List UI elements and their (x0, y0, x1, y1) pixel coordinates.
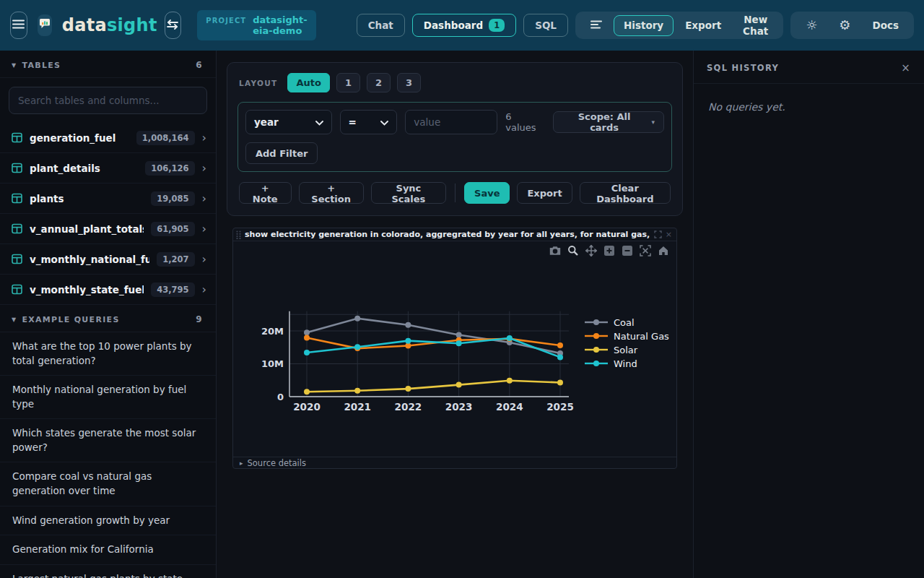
table-row[interactable]: v_annual_plant_totals61,905› (0, 214, 216, 244)
tab-chat[interactable]: Chat (357, 14, 405, 37)
source-details-toggle[interactable]: ▸ Source details (233, 457, 676, 468)
export-chat-button[interactable]: Export (675, 15, 731, 36)
chevron-right-icon[interactable]: › (202, 284, 206, 296)
example-query-item[interactable]: Largest natural gas plants by state (0, 565, 216, 578)
filter-operator-select[interactable]: = (340, 110, 398, 134)
svg-text:Natural Gas: Natural Gas (614, 331, 669, 342)
project-name: datasight-eia-demo (253, 14, 307, 36)
reset-axes-home-icon[interactable] (658, 245, 669, 256)
example-query-item[interactable]: Compare coal vs natural gas generation o… (0, 462, 216, 506)
section-button[interactable]: + Section (299, 182, 364, 204)
zoom-in-icon[interactable] (603, 245, 615, 256)
example-query-item[interactable]: What are the top 10 power plants by tota… (0, 332, 216, 376)
layout-option-2[interactable]: 2 (367, 73, 391, 92)
legend-item-solar[interactable]: Solar (585, 345, 638, 355)
project-label: PROJECT (206, 17, 246, 25)
series-solar (304, 378, 563, 394)
svg-text:Solar: Solar (614, 345, 638, 355)
sun-icon: ☼ (806, 19, 817, 32)
dashboard-count-badge: 1 (489, 19, 505, 32)
chevron-right-icon[interactable]: › (202, 223, 206, 235)
svg-text:2025: 2025 (546, 401, 574, 413)
sql-history-empty-message: No queries yet. (694, 84, 924, 130)
brand-wordmark: datasight (62, 15, 157, 35)
zoom-icon[interactable] (567, 245, 579, 256)
chat-list-button[interactable] (580, 15, 612, 36)
example-query-item[interactable]: Which states generate the most solar pow… (0, 419, 216, 462)
export-button[interactable]: Export (517, 182, 572, 204)
clear-dashboard-button[interactable]: Clear Dashboard (580, 182, 671, 204)
syncscales-button[interactable]: Sync Scales (371, 182, 446, 204)
autoscale-icon[interactable] (640, 245, 651, 256)
tab-sql[interactable]: SQL (523, 14, 568, 37)
filter-value-input[interactable] (405, 110, 497, 134)
example-query-item[interactable]: Generation mix for California (0, 535, 216, 565)
layout-option-auto[interactable]: Auto (287, 73, 329, 92)
tab-dashboard[interactable]: Dashboard 1 (412, 14, 516, 37)
table-row[interactable]: plant_details106,126› (0, 153, 216, 184)
example-query-item[interactable]: Monthly national generation by fuel type (0, 376, 216, 419)
note-button[interactable]: + Note (239, 182, 292, 204)
history-nav-group: History Export New Chat (575, 12, 783, 39)
filter-field-value: year (254, 116, 279, 128)
svg-text:2021: 2021 (344, 401, 371, 413)
table-row[interactable]: v_monthly_national_fuel1,207› (0, 244, 216, 275)
legend-item-natural-gas[interactable]: Natural Gas (585, 331, 669, 342)
brand-part-data: data (62, 15, 107, 35)
new-chat-button[interactable]: New Chat (733, 15, 778, 36)
search-input[interactable] (9, 87, 207, 114)
app-logo (38, 14, 52, 36)
settings-nav-group: ☼ ⚙ Docs (790, 12, 914, 39)
example-queries-list: What are the top 10 power plants by tota… (0, 332, 216, 578)
history-button[interactable]: History (614, 15, 674, 36)
swap-arrows-icon (166, 20, 179, 32)
layout-option-1[interactable]: 1 (336, 73, 360, 92)
chevron-right-icon[interactable]: › (202, 163, 206, 174)
legend-item-coal[interactable]: Coal (585, 317, 635, 328)
sql-history-title: SQL HISTORY (707, 63, 779, 73)
filter-field-select[interactable]: year (245, 110, 332, 134)
save-button[interactable]: Save (464, 182, 510, 204)
table-icon (12, 284, 22, 295)
table-row-count-badge: 19,085 (151, 191, 194, 206)
chevron-right-icon[interactable]: › (202, 132, 206, 144)
zoom-out-icon[interactable] (622, 245, 633, 256)
close-card-icon[interactable]: × (666, 230, 672, 238)
hamburger-menu-button[interactable] (10, 12, 27, 39)
filter-container: year = 6 values Scope: All ca (237, 102, 672, 172)
add-filter-button[interactable]: Add Filter (245, 142, 318, 164)
chevron-right-icon[interactable]: › (202, 193, 206, 204)
table-name: v_monthly_national_fuel (30, 254, 149, 265)
table-name: v_monthly_state_fuel (30, 284, 144, 296)
table-row[interactable]: generation_fuel1,008,164› (0, 123, 216, 153)
settings-button[interactable]: ⚙ (829, 15, 860, 36)
table-name: v_annual_plant_totals (30, 223, 144, 235)
tables-section-header[interactable]: ▼ TABLES 6 (0, 51, 216, 78)
camera-icon[interactable] (549, 245, 561, 256)
table-row[interactable]: v_monthly_state_fuel43,795› (0, 275, 216, 305)
docs-button[interactable]: Docs (862, 15, 909, 36)
drag-handle-icon[interactable] (236, 230, 241, 239)
chart-card: show electricity generation in colorado,… (232, 228, 677, 469)
plotly-modebar (549, 245, 669, 256)
example-query-item[interactable]: Wind generation growth by year (0, 506, 216, 536)
table-row[interactable]: plants19,085› (0, 184, 216, 214)
layout-option-3[interactable]: 3 (397, 73, 421, 92)
layout-label: LAYOUT (239, 79, 277, 87)
chevron-right-icon[interactable]: › (202, 254, 206, 265)
line-chart[interactable]: 010M20M202020212022202320242025CoalNatur… (233, 241, 675, 422)
svg-text:Wind: Wind (614, 358, 637, 369)
table-name: generation_fuel (30, 132, 129, 144)
example-queries-section-header[interactable]: ▼ EXAMPLE QUERIES 9 (0, 305, 216, 332)
table-row-count-badge: 43,795 (151, 282, 194, 297)
expand-card-icon[interactable] (654, 230, 662, 238)
switch-project-button[interactable] (165, 12, 182, 39)
pan-icon[interactable] (585, 245, 597, 256)
dashboard-main: LAYOUT Auto123 year = (217, 51, 693, 578)
theme-toggle-button[interactable]: ☼ (796, 15, 827, 36)
tables-list: generation_fuel1,008,164›plant_details10… (0, 123, 216, 305)
filter-scope-button[interactable]: Scope: All cards ▾ (553, 111, 664, 133)
close-panel-icon[interactable]: × (901, 61, 911, 74)
legend-item-wind[interactable]: Wind (585, 358, 637, 369)
table-row-count-badge: 61,905 (151, 222, 194, 236)
